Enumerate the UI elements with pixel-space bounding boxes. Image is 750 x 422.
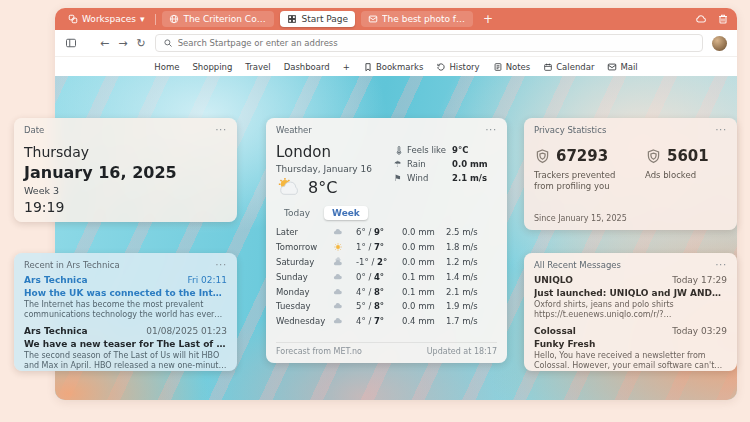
weather-widget: Weather ··· London Thursday, January 16 …	[266, 118, 507, 363]
workspaces-label: Workspaces	[82, 14, 136, 24]
weather-current-temp: 8°C	[308, 178, 337, 197]
chevron-down-icon: ▾	[140, 14, 145, 24]
add-bookmark-button[interactable]: +	[343, 62, 350, 72]
feed-time: 01/08/2025 01:23	[146, 326, 227, 336]
message-preview: Oxford shirts, jeans and polo shirts htt…	[534, 300, 727, 321]
bookmark-home[interactable]: Home	[154, 62, 179, 72]
sync-cloud-icon[interactable]	[695, 13, 707, 25]
reload-icon[interactable]: ↻	[136, 38, 145, 49]
message-item[interactable]: UNIQLO Today 17:29 Just launched: UNIQLO…	[534, 275, 727, 321]
date-widget: Date ··· Thursday January 16, 2025 Week …	[14, 118, 237, 222]
message-subject[interactable]: Funky Fresh	[534, 339, 727, 349]
forecast-row: Monday 4° / 8° 0.1 mm 2.1 m/s	[276, 284, 497, 299]
nav-mail[interactable]: Mail	[607, 62, 637, 72]
weather-city: London	[276, 143, 394, 161]
globe-icon	[169, 14, 179, 24]
bookmark-icon	[363, 62, 373, 72]
nav-history[interactable]: History	[436, 62, 479, 72]
nav-calendar[interactable]: Calendar	[543, 62, 594, 72]
message-preview: Hello, You have received a newsletter fr…	[534, 351, 727, 372]
message-time: Today 03:29	[672, 326, 727, 336]
message-item[interactable]: Colossal Today 03:29 Funky Fresh Hello, …	[534, 326, 727, 372]
feed-headline[interactable]: How the UK was connected to the Internet…	[24, 288, 227, 298]
cloud-icon	[333, 272, 343, 282]
back-icon[interactable]: ←	[100, 38, 109, 49]
sun-behind-cloud-icon	[276, 177, 302, 197]
umbrella-icon: ☂	[394, 159, 407, 169]
tab-start-page[interactable]: Start Page	[280, 11, 355, 27]
mail-icon	[368, 14, 378, 24]
message-subject[interactable]: Just launched: UNIQLO and JW ANDERSON	[534, 288, 727, 298]
address-bar[interactable]	[155, 34, 703, 52]
forward-icon[interactable]: →	[118, 38, 127, 49]
workspaces-icon	[68, 14, 78, 24]
recent-messages-widget: All Recent Messages ··· UNIQLO Today 17:…	[524, 253, 737, 371]
panel-toggle-icon[interactable]	[65, 37, 77, 49]
weather-rain: ☂ Rain 0.0 mm	[394, 159, 497, 169]
feed-time: Fri 02:11	[187, 275, 227, 285]
message-sender: Colossal	[534, 326, 576, 336]
weather-tab-week[interactable]: Week	[324, 206, 368, 220]
profile-avatar[interactable]	[712, 36, 727, 51]
shield-icon	[645, 148, 662, 165]
cloud-icon	[333, 287, 343, 297]
forecast-row: Later 6° / 9° 0.0 mm 2.5 m/s	[276, 225, 497, 240]
widget-title: Recent in Ars Technica	[24, 260, 120, 270]
widget-menu-button[interactable]: ···	[485, 128, 497, 133]
bookmark-shopping[interactable]: Shopping	[192, 62, 232, 72]
message-time: Today 17:29	[672, 275, 727, 285]
widget-menu-button[interactable]: ···	[215, 263, 227, 268]
clouds-icon	[333, 257, 343, 267]
weather-updated: Updated at 18:17	[427, 347, 497, 356]
nav-bookmarks[interactable]: Bookmarks	[363, 62, 424, 72]
closed-tabs-trash-icon[interactable]	[717, 13, 729, 25]
tab-label: The Criterion Collection	[183, 14, 267, 24]
privacy-statistics-widget: Privacy Statistics ··· 67293 Trackers pr…	[524, 118, 737, 230]
bookmarks-bar: Home Shopping Travel Dashboard + Bookmar…	[55, 56, 737, 76]
feed-item[interactable]: Ars Technica Fri 02:11 How the UK was co…	[24, 275, 227, 321]
weather-wind: ⚑ Wind 2.1 m/s	[394, 173, 497, 183]
weather-tab-today[interactable]: Today	[276, 206, 318, 220]
mail-icon	[607, 62, 617, 72]
cloud-icon	[333, 227, 343, 237]
message-sender: UNIQLO	[534, 275, 573, 285]
shield-icon	[534, 148, 551, 165]
tab-criterion-collection[interactable]: The Criterion Collection	[162, 11, 274, 27]
forecast-row: Wednesday 4° / 7° 0.4 mm 1.7 m/s	[276, 314, 497, 329]
new-tab-button[interactable]: +	[479, 12, 497, 26]
feed-item[interactable]: Ars Technica 01/08/2025 01:23 We have a …	[24, 326, 227, 372]
workspaces-button[interactable]: Workspaces ▾	[63, 12, 149, 26]
forecast-row: Sunday 0° / 4° 0.1 mm 1.4 m/s	[276, 269, 497, 284]
thermometer-icon	[394, 145, 404, 155]
widget-title: Weather	[276, 125, 312, 135]
feed-widget: Recent in Ars Technica ··· Ars Technica …	[14, 253, 237, 371]
date-week-number: Week 3	[24, 185, 227, 196]
bookmark-travel[interactable]: Travel	[245, 62, 270, 72]
widget-menu-button[interactable]: ···	[715, 128, 727, 133]
tab-label: Start Page	[301, 14, 348, 24]
date-clock: 19:19	[24, 199, 227, 215]
tab-best-photo[interactable]: The best photo from spa	[361, 11, 473, 27]
privacy-since-date: Since January 15, 2025	[534, 214, 727, 223]
weather-source: Forecast from MET.no	[276, 347, 362, 356]
bookmark-dashboard[interactable]: Dashboard	[284, 62, 330, 72]
address-input[interactable]	[178, 38, 695, 48]
forecast-row: Tomorrow 1° / 7° 0.0 mm 1.8 m/s	[276, 240, 497, 255]
ads-stat: 5601 Ads blocked	[645, 147, 709, 192]
feed-summary: The Internet has become the most prevale…	[24, 300, 227, 321]
widget-menu-button[interactable]: ···	[715, 263, 727, 268]
search-icon	[163, 38, 173, 48]
trackers-stat: 67293 Trackers prevented from profiling …	[534, 147, 629, 192]
widget-title: All Recent Messages	[534, 260, 621, 270]
notes-icon	[493, 62, 503, 72]
widget-menu-button[interactable]: ···	[215, 128, 227, 133]
date-full: January 16, 2025	[24, 163, 227, 182]
nav-notes[interactable]: Notes	[493, 62, 531, 72]
forecast-row: Saturday -1° / 2° 0.0 mm 1.2 m/s	[276, 255, 497, 270]
feed-headline[interactable]: We have a new teaser for The Last of Us …	[24, 339, 227, 349]
address-toolbar: ← → ↻	[55, 30, 737, 56]
feed-summary: The second season of The Last of Us will…	[24, 351, 227, 372]
history-icon	[436, 62, 446, 72]
feed-source: Ars Technica	[24, 326, 88, 336]
weather-feels-like: Feels like 9°C	[394, 145, 497, 155]
